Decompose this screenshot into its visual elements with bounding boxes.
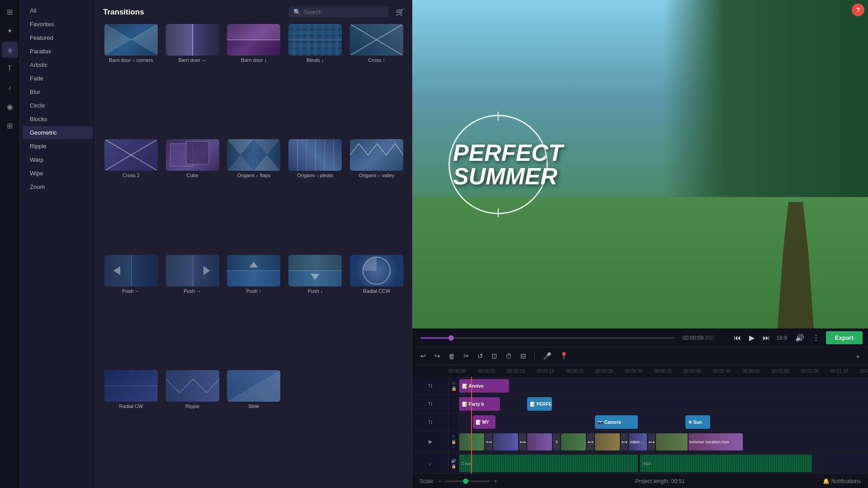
transition-origami-pleats[interactable]: Origami – pleats bbox=[286, 139, 344, 251]
track-controls-title2 bbox=[448, 395, 459, 413]
transition-cross2[interactable]: Cross 2 bbox=[102, 139, 160, 251]
transition-thumb bbox=[350, 255, 403, 286]
track-content-title1[interactable]: 📝 Annive bbox=[459, 377, 868, 394]
transition-barn-corners[interactable]: Barn door – corners bbox=[102, 24, 160, 136]
play-button[interactable]: ▶ bbox=[747, 333, 756, 343]
effects-icon-btn[interactable]: ✦ bbox=[2, 23, 18, 39]
transition-blinds[interactable]: Blinds ↓ bbox=[286, 24, 344, 136]
cat-zoom[interactable]: Zoom bbox=[23, 180, 93, 193]
transition-row4c[interactable]: Slide bbox=[225, 370, 283, 482]
export-button[interactable]: Export bbox=[826, 331, 863, 344]
track-content-title2[interactable]: 📝 Party b 📝 PERFE bbox=[459, 395, 868, 413]
transition-origami-flaps[interactable]: Origami – flaps bbox=[225, 139, 283, 251]
transition-cube[interactable]: Cube bbox=[164, 139, 222, 251]
clip-sun[interactable]: ☀ Sun bbox=[685, 415, 710, 429]
transition-marker-3[interactable]: 3 bbox=[553, 433, 560, 450]
location-btn[interactable]: 📍 bbox=[558, 350, 570, 362]
speed-button[interactable]: ⏱ bbox=[504, 351, 514, 362]
notifications-btn[interactable]: 🔔 Notifications bbox=[823, 478, 861, 484]
transition-barn-h[interactable]: Barn door ↔ bbox=[164, 24, 222, 136]
ruler-marks: 00:00:00 00:00:05 00:00:10 00:00:15 00:0… bbox=[448, 369, 868, 374]
grid-icon-btn[interactable]: ⊞ bbox=[2, 117, 18, 134]
transition-push-right[interactable]: Push → bbox=[164, 255, 222, 366]
search-input[interactable] bbox=[303, 9, 376, 15]
replay-button[interactable]: ↺ bbox=[476, 350, 485, 362]
add-track-btn[interactable]: + bbox=[854, 351, 862, 362]
help-button[interactable]: ? bbox=[852, 4, 864, 16]
track-content-audio[interactable]: Z.wav .mp3 bbox=[459, 453, 868, 474]
transition-push-up[interactable]: Push ↑ bbox=[225, 255, 283, 366]
clip-my[interactable]: 📝 MY bbox=[473, 415, 495, 429]
skip-forward-button[interactable]: ⏭ bbox=[761, 333, 772, 343]
category-panel: All Favorites Featured Parallax Artistic… bbox=[20, 0, 96, 488]
scale-minus-icon[interactable]: − bbox=[438, 478, 441, 484]
cat-blocks[interactable]: Blocks bbox=[23, 113, 93, 126]
transition-barn-v[interactable]: Barn door ↕ bbox=[225, 24, 283, 136]
crop-button[interactable]: ⊡ bbox=[490, 350, 499, 362]
progress-bar[interactable] bbox=[420, 337, 675, 339]
audio-icon-btn[interactable]: ♪ bbox=[2, 80, 18, 96]
cat-geometric[interactable]: Geometric bbox=[23, 126, 93, 139]
cart-icon[interactable]: 🛒 bbox=[396, 8, 405, 16]
cat-favorites[interactable]: Favorites bbox=[23, 18, 93, 31]
playhead[interactable] bbox=[471, 377, 472, 474]
transition-push-down[interactable]: Push ↓ bbox=[286, 255, 344, 366]
redo-button[interactable]: ↪ bbox=[433, 350, 442, 362]
video-clip-2[interactable] bbox=[493, 433, 518, 450]
split-button[interactable]: ⊟ bbox=[519, 350, 528, 362]
transitions-icon-btn[interactable]: ◈ bbox=[2, 42, 18, 58]
transition-cross1[interactable]: Cross ↑ bbox=[348, 24, 406, 136]
clip-annive[interactable]: 📝 Annive bbox=[459, 379, 509, 393]
video-clip-7[interactable] bbox=[656, 433, 688, 450]
transition-radial-ccw[interactable]: Radial CCW bbox=[348, 255, 406, 366]
delete-button[interactable]: 🗑 bbox=[447, 351, 457, 362]
cat-artistic[interactable]: Artistic bbox=[23, 58, 93, 71]
color-icon-btn[interactable]: ◉ bbox=[2, 99, 18, 115]
scale-plus-icon[interactable]: + bbox=[494, 478, 497, 484]
video-clip-5[interactable] bbox=[595, 433, 620, 450]
transition-thumb bbox=[104, 24, 158, 56]
transition-row4b[interactable]: Ripple bbox=[164, 370, 222, 482]
cat-parallax[interactable]: Parallax bbox=[23, 45, 93, 58]
timeline-tracks[interactable]: Tt 👁🔒 📝 Annive Tt 📝 P bbox=[412, 377, 868, 474]
scale-control: Scale: − + bbox=[420, 478, 497, 484]
clip-party[interactable]: 📝 Party b bbox=[459, 397, 500, 411]
cat-circle[interactable]: Circle bbox=[23, 99, 93, 112]
search-bar[interactable]: 🔍 bbox=[289, 6, 388, 18]
more-options-icon[interactable]: ⋮ bbox=[811, 333, 821, 343]
video-clip-4[interactable] bbox=[561, 433, 586, 450]
transition-row4a[interactable]: Radial CW bbox=[102, 370, 160, 482]
skip-back-button[interactable]: ⏮ bbox=[732, 333, 743, 343]
undo-button[interactable]: ↩ bbox=[419, 350, 428, 362]
transition-marker-2[interactable]: ⟷ bbox=[519, 433, 526, 450]
svg-rect-45 bbox=[288, 255, 342, 271]
transition-marker-4[interactable]: ⟷ bbox=[587, 433, 594, 450]
project-length: Project length: 00:51 bbox=[635, 478, 685, 484]
cat-featured[interactable]: Featured bbox=[23, 31, 93, 44]
cut-button[interactable]: ✂ bbox=[462, 350, 471, 362]
transition-marker-5[interactable]: ⟷ bbox=[621, 433, 628, 450]
cat-fade[interactable]: Fade bbox=[23, 72, 93, 85]
video-clip-6[interactable]: video... bbox=[629, 433, 647, 450]
transition-marker-1[interactable]: ⟷ bbox=[485, 433, 492, 450]
cat-all[interactable]: All bbox=[23, 4, 93, 17]
text-icon-btn[interactable]: T bbox=[2, 61, 18, 77]
transition-thumb bbox=[104, 255, 158, 286]
transition-origami-valley[interactable]: Origami – valley bbox=[348, 139, 406, 251]
transition-marker-6[interactable]: ⟷ bbox=[648, 433, 655, 450]
cat-ripple[interactable]: Ripple bbox=[23, 140, 93, 153]
cat-warp[interactable]: Warp bbox=[23, 153, 93, 166]
track-content-video[interactable]: ⟷ ⟷ 3 ⟷ ⟷ video... ⟷ summer vacation.mov bbox=[459, 431, 868, 452]
volume-icon[interactable]: 🔊 bbox=[793, 333, 806, 343]
media-icon-btn[interactable]: ⊞ bbox=[2, 4, 18, 20]
audio-btn[interactable]: 🎤 bbox=[541, 350, 553, 362]
clip-perfe[interactable]: 📝 PERFE bbox=[527, 397, 552, 411]
track-content-effect[interactable]: 📝 MY 📷 Camera ☀ Sun bbox=[459, 413, 868, 431]
cat-wipe[interactable]: Wipe bbox=[23, 167, 93, 180]
clip-camera[interactable]: 📷 Camera bbox=[595, 415, 638, 429]
scale-slider[interactable] bbox=[445, 480, 490, 482]
cat-blur[interactable]: Blur bbox=[23, 85, 93, 99]
video-clip-8[interactable]: summer vacation.mov bbox=[689, 433, 743, 450]
transition-push-left[interactable]: Push ← bbox=[102, 255, 160, 366]
video-clip-3[interactable] bbox=[527, 433, 552, 450]
